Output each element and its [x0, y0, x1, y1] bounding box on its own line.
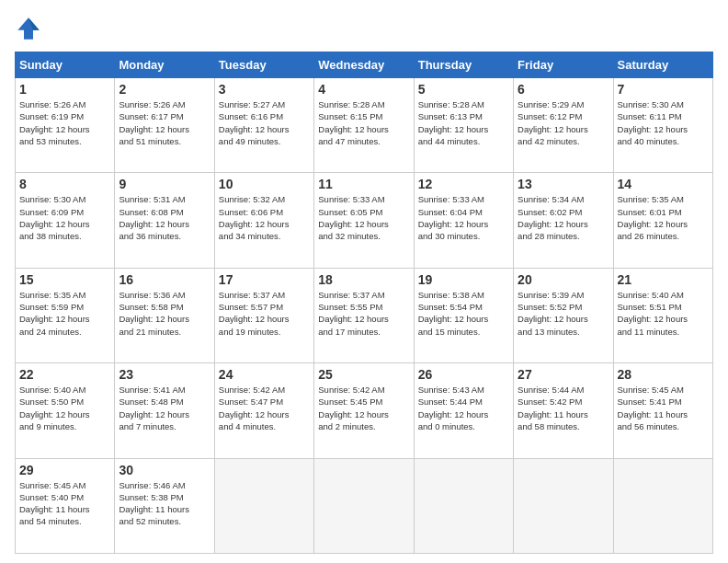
day-info: Sunrise: 5:30 AMSunset: 6:11 PMDaylight:…	[618, 98, 709, 147]
day-info: Sunrise: 5:39 AMSunset: 5:52 PMDaylight:…	[518, 289, 609, 338]
weekday-header: Monday	[115, 52, 214, 78]
day-info: Sunrise: 5:29 AMSunset: 6:12 PMDaylight:…	[518, 98, 609, 147]
day-number: 25	[318, 367, 409, 382]
day-info: Sunrise: 5:28 AMSunset: 6:13 PMDaylight:…	[418, 98, 509, 147]
calendar-cell: 10Sunrise: 5:32 AMSunset: 6:06 PMDayligh…	[214, 173, 313, 268]
day-info: Sunrise: 5:40 AMSunset: 5:50 PMDaylight:…	[19, 384, 110, 432]
day-info: Sunrise: 5:30 AMSunset: 6:09 PMDaylight:…	[19, 193, 110, 242]
weekday-header: Saturday	[613, 52, 712, 78]
day-info: Sunrise: 5:41 AMSunset: 5:48 PMDaylight:…	[119, 384, 210, 432]
calendar-cell	[314, 458, 414, 553]
day-number: 24	[219, 367, 310, 382]
weekday-header: Friday	[514, 52, 613, 78]
calendar-cell: 14Sunrise: 5:35 AMSunset: 6:01 PMDayligh…	[613, 173, 712, 268]
day-info: Sunrise: 5:26 AMSunset: 6:17 PMDaylight:…	[119, 98, 210, 147]
logo	[15, 15, 46, 42]
weekday-header: Tuesday	[214, 52, 313, 78]
day-info: Sunrise: 5:33 AMSunset: 6:05 PMDaylight:…	[318, 193, 409, 242]
calendar-cell: 15Sunrise: 5:35 AMSunset: 5:59 PMDayligh…	[16, 268, 115, 362]
calendar-cell: 25Sunrise: 5:42 AMSunset: 5:45 PMDayligh…	[314, 363, 414, 458]
day-number: 19	[418, 272, 509, 287]
calendar-cell: 6Sunrise: 5:29 AMSunset: 6:12 PMDaylight…	[514, 78, 613, 173]
logo-icon	[15, 15, 42, 42]
day-number: 14	[618, 177, 709, 191]
day-info: Sunrise: 5:45 AMSunset: 5:41 PMDaylight:…	[618, 384, 709, 432]
day-info: Sunrise: 5:33 AMSunset: 6:04 PMDaylight:…	[418, 193, 509, 242]
day-number: 15	[19, 272, 110, 287]
calendar-cell	[414, 458, 513, 553]
day-info: Sunrise: 5:28 AMSunset: 6:15 PMDaylight:…	[318, 98, 409, 147]
day-info: Sunrise: 5:38 AMSunset: 5:54 PMDaylight:…	[418, 289, 509, 338]
day-info: Sunrise: 5:26 AMSunset: 6:19 PMDaylight:…	[19, 98, 110, 147]
calendar-cell: 27Sunrise: 5:44 AMSunset: 5:42 PMDayligh…	[514, 363, 613, 458]
day-number: 6	[518, 82, 609, 97]
day-number: 29	[19, 463, 110, 477]
day-number: 20	[518, 272, 609, 287]
calendar-cell: 16Sunrise: 5:36 AMSunset: 5:58 PMDayligh…	[115, 268, 214, 362]
day-number: 4	[318, 82, 409, 97]
calendar-cell	[214, 458, 313, 553]
calendar-cell: 4Sunrise: 5:28 AMSunset: 6:15 PMDaylight…	[314, 78, 414, 173]
calendar-cell: 23Sunrise: 5:41 AMSunset: 5:48 PMDayligh…	[115, 363, 214, 458]
day-info: Sunrise: 5:42 AMSunset: 5:47 PMDaylight:…	[219, 384, 310, 432]
day-number: 16	[119, 272, 210, 287]
header	[15, 15, 713, 42]
calendar-cell: 9Sunrise: 5:31 AMSunset: 6:08 PMDaylight…	[115, 173, 214, 268]
day-number: 30	[119, 463, 210, 477]
calendar-cell: 13Sunrise: 5:34 AMSunset: 6:02 PMDayligh…	[514, 173, 613, 268]
day-number: 23	[119, 367, 210, 382]
calendar: SundayMondayTuesdayWednesdayThursdayFrid…	[15, 52, 713, 554]
day-number: 10	[219, 177, 310, 191]
day-info: Sunrise: 5:27 AMSunset: 6:16 PMDaylight:…	[219, 98, 310, 147]
day-info: Sunrise: 5:35 AMSunset: 5:59 PMDaylight:…	[19, 289, 110, 338]
calendar-cell: 3Sunrise: 5:27 AMSunset: 6:16 PMDaylight…	[214, 78, 313, 173]
day-number: 18	[318, 272, 409, 287]
calendar-cell: 21Sunrise: 5:40 AMSunset: 5:51 PMDayligh…	[613, 268, 712, 362]
day-number: 21	[618, 272, 709, 287]
day-info: Sunrise: 5:43 AMSunset: 5:44 PMDaylight:…	[418, 384, 509, 432]
calendar-cell: 30Sunrise: 5:46 AMSunset: 5:38 PMDayligh…	[115, 458, 214, 553]
calendar-cell	[613, 458, 712, 553]
calendar-cell: 1Sunrise: 5:26 AMSunset: 6:19 PMDaylight…	[16, 78, 115, 173]
day-number: 7	[618, 82, 709, 97]
calendar-cell: 8Sunrise: 5:30 AMSunset: 6:09 PMDaylight…	[16, 173, 115, 268]
day-info: Sunrise: 5:46 AMSunset: 5:38 PMDaylight:…	[119, 479, 210, 528]
day-number: 17	[219, 272, 310, 287]
calendar-cell: 12Sunrise: 5:33 AMSunset: 6:04 PMDayligh…	[414, 173, 513, 268]
day-info: Sunrise: 5:34 AMSunset: 6:02 PMDaylight:…	[518, 193, 609, 242]
day-info: Sunrise: 5:32 AMSunset: 6:06 PMDaylight:…	[219, 193, 310, 242]
page: SundayMondayTuesdayWednesdayThursdayFrid…	[0, 0, 728, 563]
day-info: Sunrise: 5:35 AMSunset: 6:01 PMDaylight:…	[618, 193, 709, 242]
weekday-header: Wednesday	[314, 52, 414, 78]
calendar-cell: 20Sunrise: 5:39 AMSunset: 5:52 PMDayligh…	[514, 268, 613, 362]
day-number: 1	[19, 82, 110, 97]
calendar-cell: 29Sunrise: 5:45 AMSunset: 5:40 PMDayligh…	[16, 458, 115, 553]
day-number: 3	[219, 82, 310, 97]
day-info: Sunrise: 5:44 AMSunset: 5:42 PMDaylight:…	[518, 384, 609, 432]
day-number: 12	[418, 177, 509, 191]
calendar-cell: 17Sunrise: 5:37 AMSunset: 5:57 PMDayligh…	[214, 268, 313, 362]
calendar-cell	[514, 458, 613, 553]
day-info: Sunrise: 5:37 AMSunset: 5:55 PMDaylight:…	[318, 289, 409, 338]
day-number: 22	[19, 367, 110, 382]
day-number: 2	[119, 82, 210, 97]
day-info: Sunrise: 5:42 AMSunset: 5:45 PMDaylight:…	[318, 384, 409, 432]
calendar-cell: 19Sunrise: 5:38 AMSunset: 5:54 PMDayligh…	[414, 268, 513, 362]
calendar-cell: 2Sunrise: 5:26 AMSunset: 6:17 PMDaylight…	[115, 78, 214, 173]
day-number: 9	[119, 177, 210, 191]
day-number: 13	[518, 177, 609, 191]
day-number: 28	[618, 367, 709, 382]
day-number: 27	[518, 367, 609, 382]
day-info: Sunrise: 5:45 AMSunset: 5:40 PMDaylight:…	[19, 479, 110, 528]
day-number: 8	[19, 177, 110, 191]
calendar-cell: 11Sunrise: 5:33 AMSunset: 6:05 PMDayligh…	[314, 173, 414, 268]
calendar-cell: 24Sunrise: 5:42 AMSunset: 5:47 PMDayligh…	[214, 363, 313, 458]
calendar-cell: 26Sunrise: 5:43 AMSunset: 5:44 PMDayligh…	[414, 363, 513, 458]
calendar-cell: 5Sunrise: 5:28 AMSunset: 6:13 PMDaylight…	[414, 78, 513, 173]
calendar-cell: 28Sunrise: 5:45 AMSunset: 5:41 PMDayligh…	[613, 363, 712, 458]
calendar-cell: 7Sunrise: 5:30 AMSunset: 6:11 PMDaylight…	[613, 78, 712, 173]
weekday-header: Sunday	[16, 52, 115, 78]
day-info: Sunrise: 5:37 AMSunset: 5:57 PMDaylight:…	[219, 289, 310, 338]
day-number: 11	[318, 177, 409, 191]
weekday-header: Thursday	[414, 52, 513, 78]
